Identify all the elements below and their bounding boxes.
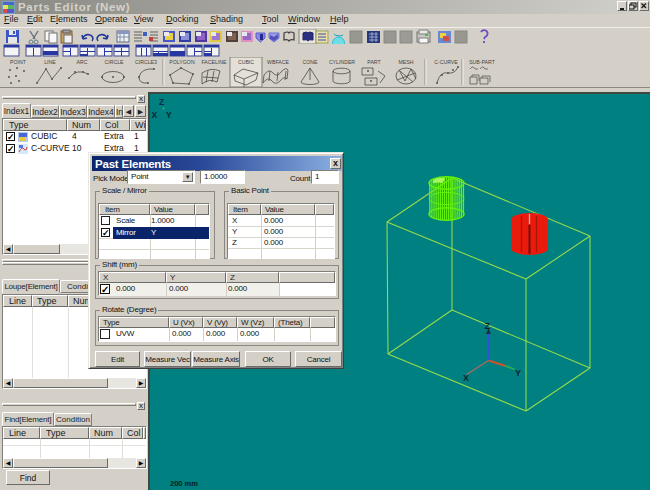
svg-text:C-CURVE: C-CURVE (434, 59, 458, 65)
svg-text:CUBIC: CUBIC (238, 59, 254, 65)
svg-text:Y: Y (166, 110, 172, 120)
svg-text:PART: PART (367, 59, 381, 65)
svg-text:X: X (463, 373, 469, 383)
svg-text:Z: Z (485, 321, 491, 331)
svg-text:X: X (152, 110, 158, 120)
svg-text:SUB-PART: SUB-PART (469, 59, 496, 65)
svg-text:CIRCLE: CIRCLE (104, 59, 124, 65)
svg-text:WBFACE: WBFACE (267, 59, 289, 65)
svg-text:FACELINE: FACELINE (201, 59, 227, 65)
svg-text:200 mm: 200 mm (170, 479, 198, 488)
svg-text:LINE: LINE (44, 59, 56, 65)
svg-text:POINT: POINT (10, 59, 27, 65)
svg-text:CIRCLE3: CIRCLE3 (135, 59, 157, 65)
svg-text:POLYGON: POLYGON (169, 59, 195, 65)
svg-text:ARC: ARC (77, 59, 88, 65)
svg-text:CYLINDER: CYLINDER (329, 59, 355, 65)
svg-text:CONE: CONE (303, 59, 319, 65)
svg-text:MESH: MESH (399, 59, 414, 65)
svg-text:Z: Z (159, 97, 164, 107)
svg-text:Y: Y (515, 368, 521, 378)
